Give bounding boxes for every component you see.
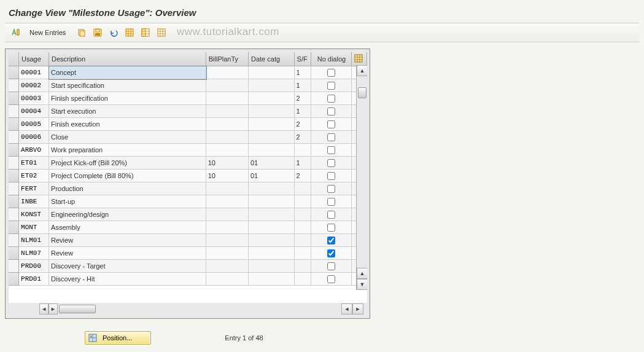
- cell-nodialog[interactable]: [311, 195, 352, 208]
- col-sf[interactable]: S/F: [295, 52, 312, 66]
- cell-nodialog[interactable]: [311, 131, 352, 144]
- nodialog-checkbox[interactable]: [327, 159, 335, 167]
- row-selector[interactable]: [9, 92, 19, 105]
- cell-nodialog[interactable]: [311, 157, 352, 170]
- nodialog-checkbox[interactable]: [327, 82, 335, 90]
- position-button[interactable]: Position...: [85, 331, 151, 345]
- cell-sf[interactable]: 2: [295, 92, 312, 105]
- cell-billplanty[interactable]: [206, 260, 249, 273]
- cell-nodialog[interactable]: [311, 260, 352, 273]
- cell-billplanty[interactable]: [206, 247, 249, 260]
- cell-usage[interactable]: FERT: [19, 182, 49, 195]
- vertical-scrollbar[interactable]: ▲ ▲ ▼: [356, 65, 367, 290]
- nodialog-checkbox[interactable]: [327, 133, 335, 141]
- row-selector[interactable]: [9, 208, 19, 221]
- col-description[interactable]: Description: [49, 52, 206, 66]
- cell-nodialog[interactable]: [311, 79, 352, 92]
- cell-usage[interactable]: ARBVO: [19, 144, 49, 157]
- cell-usage[interactable]: KONST: [19, 208, 49, 221]
- cell-nodialog[interactable]: [311, 221, 352, 234]
- cell-datecatg[interactable]: 01: [249, 157, 295, 170]
- cell-datecatg[interactable]: [249, 118, 295, 131]
- cell-billplanty[interactable]: [206, 182, 249, 195]
- nodialog-checkbox[interactable]: [327, 69, 335, 77]
- cell-usage[interactable]: 00003: [19, 92, 49, 105]
- cell-usage[interactable]: MONT: [19, 221, 49, 234]
- select-all-icon[interactable]: [123, 26, 136, 39]
- nodialog-checkbox[interactable]: [327, 224, 335, 232]
- cell-sf[interactable]: 2: [295, 170, 312, 182]
- row-selector[interactable]: [9, 273, 19, 286]
- cell-usage[interactable]: 00004: [19, 105, 49, 118]
- row-selector[interactable]: [9, 131, 19, 144]
- hscroll-right2-icon[interactable]: ►: [352, 303, 363, 315]
- row-selector[interactable]: [9, 195, 19, 208]
- cell-billplanty[interactable]: [206, 273, 249, 286]
- row-selector[interactable]: [9, 79, 19, 92]
- cell-sf[interactable]: [295, 221, 312, 234]
- nodialog-checkbox[interactable]: [327, 185, 335, 193]
- cell-sf[interactable]: [295, 208, 312, 221]
- nodialog-checkbox[interactable]: [327, 237, 335, 244]
- cell-datecatg[interactable]: [249, 260, 295, 273]
- cell-datecatg[interactable]: [249, 92, 295, 105]
- cell-billplanty[interactable]: [206, 144, 249, 157]
- cell-billplanty[interactable]: [206, 131, 249, 144]
- row-selector[interactable]: [9, 157, 19, 170]
- cell-sf[interactable]: [295, 247, 312, 260]
- cell-datecatg[interactable]: [249, 66, 295, 79]
- nodialog-checkbox[interactable]: [327, 211, 335, 219]
- cell-datecatg[interactable]: [249, 131, 295, 144]
- row-selector[interactable]: [9, 234, 19, 247]
- cell-sf[interactable]: 1: [295, 157, 312, 170]
- nodialog-checkbox[interactable]: [327, 249, 335, 257]
- cell-usage[interactable]: INBE: [19, 195, 49, 208]
- cell-nodialog[interactable]: [311, 182, 352, 195]
- row-selector[interactable]: [9, 118, 19, 131]
- hscroll-right-icon[interactable]: ►: [48, 303, 58, 315]
- cell-nodialog[interactable]: [311, 234, 352, 247]
- cell-datecatg[interactable]: [249, 208, 295, 221]
- col-usage[interactable]: Usage: [19, 52, 49, 66]
- select-block-icon[interactable]: [139, 26, 152, 39]
- nodialog-checkbox[interactable]: [327, 120, 335, 128]
- cell-datecatg[interactable]: 01: [249, 170, 295, 182]
- hscroll-thumb[interactable]: [59, 305, 96, 313]
- cell-usage[interactable]: NLM07: [19, 247, 49, 260]
- nodialog-checkbox[interactable]: [327, 95, 335, 103]
- cell-usage[interactable]: 00001: [19, 66, 49, 79]
- cell-description[interactable]: Engineering/design: [49, 208, 206, 221]
- cell-billplanty[interactable]: [206, 118, 249, 131]
- cell-billplanty[interactable]: [206, 234, 249, 247]
- cell-datecatg[interactable]: [249, 182, 295, 195]
- toggle-icon[interactable]: [10, 26, 22, 39]
- cell-sf[interactable]: [295, 182, 312, 195]
- cell-sf[interactable]: 2: [295, 118, 312, 131]
- cell-description[interactable]: Start execution: [49, 105, 206, 118]
- cell-description[interactable]: Production: [49, 182, 206, 195]
- row-selector[interactable]: [9, 247, 19, 260]
- save-icon[interactable]: [91, 26, 104, 39]
- cell-datecatg[interactable]: [249, 79, 295, 92]
- new-entries-button[interactable]: New Entries: [26, 28, 69, 37]
- cell-description[interactable]: Discovery - Target: [49, 260, 206, 273]
- cell-sf[interactable]: [295, 144, 312, 157]
- cell-datecatg[interactable]: [249, 247, 295, 260]
- cell-nodialog[interactable]: [311, 208, 352, 221]
- horizontal-scrollbar[interactable]: ◄ ► ◄ ►: [9, 303, 363, 315]
- cell-sf[interactable]: [295, 234, 312, 247]
- cell-description[interactable]: Discovery - Hit: [49, 273, 206, 286]
- cell-description[interactable]: Review: [49, 234, 206, 247]
- row-selector[interactable]: [9, 105, 19, 118]
- cell-nodialog[interactable]: [311, 247, 352, 260]
- cell-datecatg[interactable]: [249, 221, 295, 234]
- nodialog-checkbox[interactable]: [327, 262, 335, 270]
- cell-usage[interactable]: 00002: [19, 79, 49, 92]
- cell-usage[interactable]: 00006: [19, 131, 49, 144]
- cell-nodialog[interactable]: [311, 66, 352, 79]
- nodialog-checkbox[interactable]: [327, 146, 335, 154]
- cell-billplanty[interactable]: [206, 79, 249, 92]
- scroll-down2-icon[interactable]: ▼: [357, 279, 367, 290]
- hscroll-left2-icon[interactable]: ◄: [341, 303, 352, 315]
- cell-sf[interactable]: 1: [295, 66, 312, 79]
